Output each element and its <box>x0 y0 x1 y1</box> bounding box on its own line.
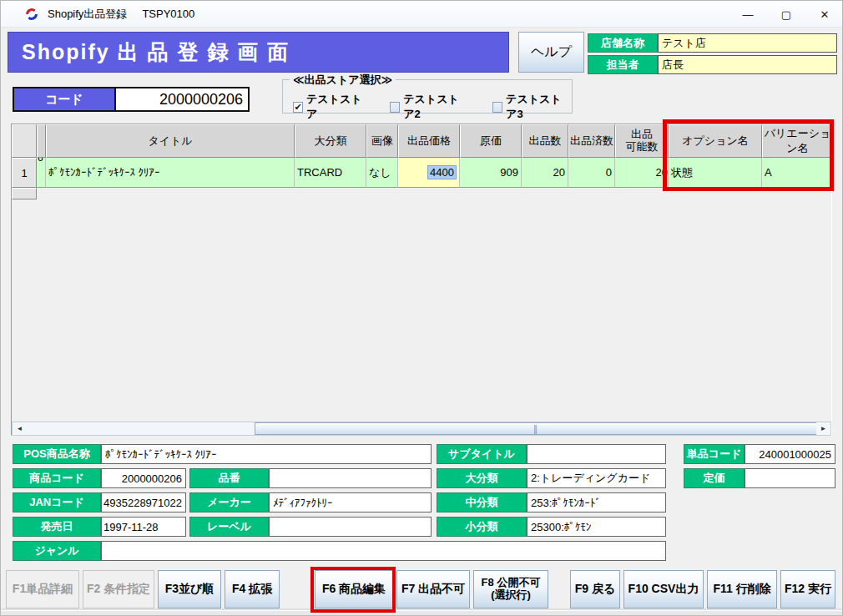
grid-row-header-partial <box>12 188 37 199</box>
scroll-left-arrow-icon[interactable]: ◄ <box>13 422 27 435</box>
window-bottom-edge <box>1 610 843 616</box>
f12-execute-button[interactable]: F12 実行 <box>780 570 835 608</box>
checkbox-label: テストストア <box>306 92 366 122</box>
f4-extend-button[interactable]: F4 拡張 <box>225 570 280 608</box>
major-class-label: 大分類 <box>437 468 527 488</box>
grid-cell-image[interactable]: なし <box>366 158 398 188</box>
grid-header-qty[interactable]: 出品数 <box>522 124 568 158</box>
checkbox-test-store-3[interactable]: テストストア3 <box>492 92 572 122</box>
middle-class-field[interactable]: 253:ﾎﾟｹﾓﾝｶｰﾄﾞ <box>527 492 666 512</box>
grid-row-number[interactable]: 1 <box>12 158 37 188</box>
code-label: コード <box>14 88 114 110</box>
annotation-rect-option-variation-columns <box>663 119 834 191</box>
f3-sort-order-button[interactable]: F3並び順 <box>158 570 221 608</box>
selected-price-value[interactable]: 4400 <box>427 165 457 179</box>
title-bar: Shopify出品登録 TSPY0100 — ▢ ✕ <box>1 1 843 28</box>
grid-cell-cost[interactable]: 909 <box>460 158 522 188</box>
jan-code-label: JANコード <box>13 492 101 512</box>
store-name-value: テスト店 <box>658 33 837 53</box>
staff-value: 店長 <box>658 55 837 74</box>
genre-label: ジャンル <box>13 541 101 561</box>
subtitle-label: サブタイトル <box>437 444 527 464</box>
genre-field[interactable] <box>101 541 666 561</box>
minimize-button[interactable]: — <box>729 1 767 28</box>
item-code-field[interactable]: 240001000025 <box>745 444 835 464</box>
store-select-legend: ≪出品ストア選択≫ <box>290 73 396 88</box>
staff-label: 担当者 <box>588 55 658 74</box>
grid-cell-category[interactable]: TRCARD <box>295 158 366 188</box>
checkbox-test-store-1[interactable]: ✔ テストストア <box>293 92 366 122</box>
grid-header-narrow <box>37 124 46 158</box>
store-name-label: 店舗名称 <box>588 33 658 53</box>
subtitle-field[interactable] <box>527 444 666 464</box>
jan-code-field[interactable]: 4935228971022 <box>101 492 186 512</box>
part-no-field[interactable] <box>269 468 432 488</box>
annotation-rect-f6-button <box>310 567 396 613</box>
grid-header-category[interactable]: 大分類 <box>295 124 366 158</box>
maker-field[interactable]: ﾒﾃﾞｨｱﾌｧｸﾄﾘｰ <box>269 492 432 512</box>
grid-header-available[interactable]: 出品 可能数 <box>615 124 669 158</box>
checkbox-icon[interactable]: ✔ <box>293 102 303 113</box>
label-field[interactable] <box>269 517 432 537</box>
grid-horizontal-scrollbar[interactable]: ◄ ║ ► <box>12 422 831 436</box>
grid-cell-listed[interactable]: 0 <box>568 158 615 188</box>
help-button[interactable]: ヘルプ <box>518 32 584 73</box>
checkbox-icon[interactable] <box>492 102 502 113</box>
f10-csv-export-button[interactable]: F10 CSV出力 <box>623 570 704 608</box>
list-price-field[interactable] <box>745 468 835 488</box>
overflow-marker: 6 <box>38 158 43 164</box>
grid-cell-narrow[interactable]: 6 <box>37 158 46 188</box>
item-code-label: 単品コード <box>684 444 745 464</box>
checkbox-test-store-2[interactable]: テストストア2 <box>390 92 469 122</box>
window-title: Shopify出品登録 <box>48 7 127 22</box>
pos-name-field[interactable]: ﾎﾟｹﾓﾝｶｰﾄﾞﾃﾞｯｷｹｰｽ ｸﾘｱｰ <box>101 444 432 464</box>
release-date-label: 発売日 <box>13 517 101 537</box>
f2-condition-button: F2 条件指定 <box>83 570 154 608</box>
window-title-code: TSPY0100 <box>142 8 194 20</box>
checkbox-label: テストストア2 <box>403 92 469 122</box>
list-price-label: 定価 <box>684 468 745 488</box>
release-date-field[interactable]: 1997-11-28 <box>101 517 186 537</box>
scrollbar-grip-icon: ║ <box>533 425 538 433</box>
label-label: レーベル <box>189 517 269 537</box>
f8-unpublish-button[interactable]: F8 公開不可 (選択行) <box>473 570 548 608</box>
grid-header-title[interactable]: タイトル <box>46 124 295 158</box>
product-code-field[interactable]: 2000000206 <box>101 468 186 488</box>
page-title: Shopify 出 品 登 録 画 面 <box>8 32 509 73</box>
scroll-right-arrow-icon[interactable]: ► <box>816 422 830 435</box>
code-field-group: コード 2000000206 <box>13 87 250 112</box>
minor-class-label: 小分類 <box>437 517 527 537</box>
scrollbar-thumb[interactable]: ║ <box>255 422 817 435</box>
store-select-group: ≪出品ストア選択≫ ✔ テストストア テストストア2 テストストア3 <box>282 79 573 114</box>
app-swirl-icon <box>24 7 39 22</box>
part-no-label: 品番 <box>189 468 269 488</box>
grid-header-cost[interactable]: 原価 <box>460 124 522 158</box>
grid-cell-available[interactable]: 20 <box>615 158 669 188</box>
checkbox-icon[interactable] <box>390 102 400 113</box>
maximize-button[interactable]: ▢ <box>767 1 805 28</box>
grid-cell-title[interactable]: ﾎﾟｹﾓﾝｶｰﾄﾞﾃﾞｯｷｹｰｽ ｸﾘｱｰ <box>46 158 295 188</box>
major-class-field[interactable]: 2:トレーディングカード <box>527 468 666 488</box>
f7-unlistable-button[interactable]: F7 出品不可 <box>396 570 470 608</box>
grid-cell-qty[interactable]: 20 <box>522 158 568 188</box>
pos-name-label: POS商品名称 <box>13 444 101 464</box>
f1-item-detail-button: F1単品詳細 <box>6 570 79 608</box>
grid-header-listed[interactable]: 出品済数 <box>568 124 615 158</box>
product-code-label: 商品コード <box>13 468 101 488</box>
close-button[interactable]: ✕ <box>805 1 843 28</box>
grid-corner-cell <box>12 124 37 158</box>
minor-class-field[interactable]: 25300:ﾎﾟｹﾓﾝ <box>527 517 666 537</box>
grid-header-price[interactable]: 出品価格 <box>398 124 460 158</box>
maker-label: メーカー <box>189 492 269 512</box>
code-input[interactable]: 2000000206 <box>114 88 248 110</box>
checkbox-label: テストストア3 <box>506 92 572 122</box>
f11-delete-row-button[interactable]: F11 行削除 <box>707 570 777 608</box>
grid-header-image[interactable]: 画像 <box>366 124 398 158</box>
grid-cell-price[interactable]: 4400 <box>398 158 460 188</box>
f9-back-button[interactable]: F9 戻る <box>570 570 620 608</box>
middle-class-label: 中分類 <box>437 492 527 512</box>
